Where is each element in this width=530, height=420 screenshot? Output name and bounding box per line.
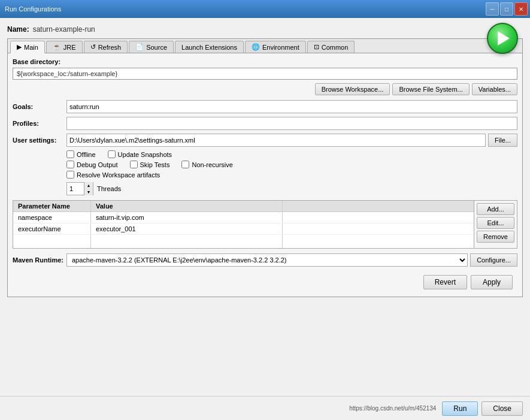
- offline-checkbox-label[interactable]: Offline: [66, 150, 96, 158]
- title-bar-buttons: ─ □ ✕: [486, 2, 528, 16]
- profiles-label: Profiles:: [13, 120, 66, 127]
- threads-input[interactable]: [67, 184, 84, 194]
- maximize-button[interactable]: □: [500, 2, 513, 16]
- resolve-workspace-label: Resolve Workspace artifacts: [77, 171, 160, 179]
- skip-tests-label: Skip Tests: [140, 161, 170, 168]
- goals-label: Goals:: [13, 103, 66, 110]
- tab-source-label: Source: [146, 44, 167, 51]
- checkboxes-section: Offline Update Snapshots Debug Output Sk…: [66, 150, 517, 179]
- remove-button[interactable]: Remove: [477, 231, 514, 243]
- browse-workspace-button[interactable]: Browse Workspace...: [315, 83, 390, 95]
- title-bar: Run Configurations ─ □ ✕: [0, 0, 530, 18]
- param-extra-empty: [283, 235, 474, 248]
- param-value-2: executor_001: [91, 223, 283, 234]
- title-bar-text: Run Configurations: [2, 5, 61, 13]
- tab-main-label: Main: [24, 44, 38, 51]
- user-settings-input[interactable]: [66, 134, 486, 147]
- non-recursive-checkbox-label[interactable]: Non-recursive: [181, 161, 232, 168]
- tab-refresh-icon: ↺: [90, 43, 96, 51]
- variables-button[interactable]: Variables...: [472, 83, 517, 95]
- maven-runtime-select[interactable]: apache-maven-3.2.2 (EXTERNAL E:\j2ee\env…: [66, 253, 468, 267]
- tab-environment-label: Environment: [262, 44, 299, 51]
- bottom-buttons: Run Close: [442, 401, 523, 416]
- update-snapshots-checkbox-label[interactable]: Update Snapshots: [108, 150, 172, 158]
- goals-row: Goals:: [13, 100, 517, 113]
- goals-input[interactable]: [66, 100, 517, 113]
- tab-refresh-label: Refresh: [98, 44, 122, 51]
- offline-label: Offline: [77, 151, 96, 158]
- update-snapshots-checkbox[interactable]: [108, 150, 116, 158]
- profiles-input[interactable]: [66, 117, 517, 130]
- threads-spinner: ▲ ▼: [66, 182, 93, 195]
- user-settings-row: User settings: File...: [13, 134, 517, 147]
- table-row-empty: [13, 235, 474, 248]
- browse-buttons: Browse Workspace... Browse File System..…: [13, 83, 517, 95]
- parameters-area: Parameter Name Value namespace saturn-it…: [13, 200, 517, 249]
- resolve-workspace-checkbox[interactable]: [66, 171, 74, 179]
- maven-runtime-row: Maven Runtime: apache-maven-3.2.2 (EXTER…: [13, 253, 517, 267]
- name-label: Name:: [7, 25, 29, 34]
- param-extra-2: [283, 223, 474, 234]
- minimize-button[interactable]: ─: [486, 2, 499, 16]
- skip-tests-checkbox-label[interactable]: Skip Tests: [130, 161, 170, 168]
- tab-source-icon: 📄: [135, 43, 144, 51]
- edit-button[interactable]: Edit...: [477, 217, 514, 229]
- play-button[interactable]: [487, 23, 518, 54]
- tab-launch-extensions-label: Launch Extensions: [181, 44, 237, 51]
- param-extra-1: [283, 212, 474, 223]
- tab-environment[interactable]: 🌐 Environment: [245, 41, 306, 53]
- table-row: namespace saturn-it.vip.com: [13, 212, 474, 223]
- skip-tests-checkbox[interactable]: [130, 161, 138, 168]
- tab-launch-extensions[interactable]: Launch Extensions: [175, 41, 244, 53]
- resolve-workspace-checkbox-label[interactable]: Resolve Workspace artifacts: [66, 171, 160, 179]
- checkbox-row-3: Resolve Workspace artifacts: [66, 171, 517, 179]
- params-actions: Add... Edit... Remove: [474, 200, 517, 249]
- close-button[interactable]: ✕: [514, 2, 528, 16]
- base-directory-label: Base directory:: [13, 58, 517, 65]
- action-buttons: Revert Apply: [13, 273, 517, 292]
- offline-checkbox[interactable]: [66, 150, 74, 158]
- update-snapshots-label: Update Snapshots: [118, 151, 172, 158]
- threads-row: ▲ ▼ Threads: [66, 182, 517, 195]
- table-header: Parameter Name Value: [13, 201, 474, 212]
- checkbox-row-1: Offline Update Snapshots: [66, 150, 517, 158]
- browse-file-system-button[interactable]: Browse File System...: [392, 83, 469, 95]
- tab-main[interactable]: ▶ Main: [10, 41, 45, 53]
- panel-content: Base directory: ${workspace_loc:/saturn-…: [8, 53, 522, 297]
- table-row: executorName executor_001: [13, 223, 474, 235]
- param-value-header: Value: [91, 201, 283, 211]
- threads-label: Threads: [97, 185, 121, 192]
- configure-button[interactable]: Configure...: [470, 253, 517, 267]
- tab-common-icon: ⊡: [314, 43, 319, 51]
- param-extra-header: [283, 201, 474, 211]
- user-settings-label: User settings:: [13, 137, 66, 144]
- bottom-bar: https://blog.csdn.net/u/m/452134 Run Clo…: [0, 396, 530, 420]
- profiles-row: Profiles:: [13, 117, 517, 130]
- run-button[interactable]: Run: [442, 401, 478, 416]
- debug-output-checkbox-label[interactable]: Debug Output: [66, 161, 118, 168]
- tab-jre[interactable]: ☕ JRE: [46, 41, 83, 53]
- dialog-panel: ▶ Main ☕ JRE ↺ Refresh 📄 Source Launch E…: [7, 38, 523, 297]
- param-name-2: executorName: [13, 223, 91, 234]
- debug-output-checkbox[interactable]: [66, 161, 74, 168]
- tab-common[interactable]: ⊡ Common: [307, 41, 355, 53]
- tab-jre-icon: ☕: [53, 43, 61, 51]
- tab-source[interactable]: 📄 Source: [129, 41, 174, 53]
- name-row: Name: saturn-example-run: [7, 25, 523, 34]
- file-button[interactable]: File...: [488, 134, 517, 147]
- param-value-empty: [91, 235, 283, 248]
- threads-up-arrow[interactable]: ▲: [84, 182, 93, 189]
- parameters-table: Parameter Name Value namespace saturn-it…: [13, 200, 474, 249]
- threads-down-arrow[interactable]: ▼: [84, 189, 93, 195]
- apply-button[interactable]: Apply: [471, 275, 513, 289]
- bottom-url: https://blog.csdn.net/u/m/452134: [7, 405, 442, 412]
- debug-output-label: Debug Output: [77, 161, 118, 168]
- name-value: saturn-example-run: [33, 25, 95, 34]
- tab-refresh[interactable]: ↺ Refresh: [84, 41, 128, 53]
- non-recursive-checkbox[interactable]: [181, 161, 189, 168]
- revert-button[interactable]: Revert: [423, 275, 467, 289]
- param-value-1: saturn-it.vip.com: [91, 212, 283, 223]
- add-button[interactable]: Add...: [477, 203, 514, 215]
- param-name-empty: [13, 235, 91, 248]
- close-dialog-button[interactable]: Close: [481, 401, 523, 416]
